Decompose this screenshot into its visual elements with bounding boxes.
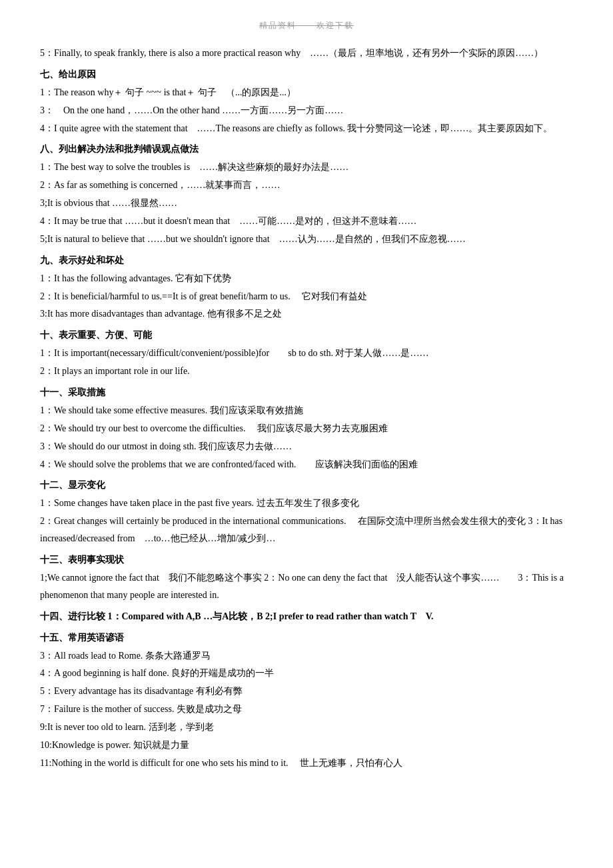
section-s13-title: 十三、表明事实现状 — [40, 551, 573, 569]
section-s7-1: 1：The reason why＋ 句子 ~~~ is that＋ 句子 （..… — [40, 84, 573, 101]
section-s15-11: 11:Nothing in the world is difficult for… — [40, 755, 573, 772]
section-s10-title: 十、表示重要、方便、可能 — [40, 327, 573, 344]
section-s14-title: 十四、进行比较 1：Compared with A,B …与A比较，B 2;I … — [40, 608, 573, 625]
section-s15-4: 4：A good beginning is half done. 良好的开端是成… — [40, 665, 573, 682]
section-s11-1: 1：We should take some effective measures… — [40, 402, 573, 419]
section-s7-title: 七、给出原因 — [40, 66, 573, 83]
section-s8-title: 八、列出解决办法和批判错误观点做法 — [40, 141, 573, 158]
section-s8-3: 3;It is obvious that ……很显然…… — [40, 195, 573, 212]
section-s10-2: 2：It plays an important role in our life… — [40, 363, 573, 380]
section-s11-title: 十一、采取措施 — [40, 384, 573, 401]
section-s8-1: 1：The best way to solve the troubles is … — [40, 159, 573, 176]
section-s15-5: 5：Every advantage has its disadvantage 有… — [40, 683, 573, 700]
section-s8-5: 5;It is natural to believe that ……but we… — [40, 231, 573, 248]
section-s9-1: 1：It has the following advantages. 它有如下优… — [40, 270, 573, 287]
section-s15-title: 十五、常用英语谚语 — [40, 629, 573, 647]
section-s8-4: 4：It may be true that ……but it doesn't m… — [40, 213, 573, 230]
section-s15-9: 9:It is never too old to learn. 活到老，学到老 — [40, 719, 573, 736]
section-s7-3: 3： On the one hand，……On the other hand …… — [40, 102, 573, 119]
section-s11-3: 3：We should do our utmost in doing sth. … — [40, 438, 573, 455]
section-s11-4: 4：We should solve the problems that we a… — [40, 456, 573, 473]
section-s9-title: 九、表示好处和坏处 — [40, 252, 573, 269]
section-s7-4: 4：I quite agree with the statement that … — [40, 120, 573, 137]
section-s12-1: 1：Some changes have taken place in the p… — [40, 495, 573, 512]
section-s8-2: 2：As far as something is concerned，……就某事… — [40, 177, 573, 194]
watermark-text: 精品资料-----欢迎下载 — [40, 20, 573, 31]
section-s10-1: 1：It is important(necessary/difficult/co… — [40, 345, 573, 362]
main-content: 5：Finally, to speak frankly, there is al… — [40, 45, 573, 772]
section-s9-2: 2：It is beneficial/harmful to us.==It is… — [40, 288, 573, 305]
section-s12-2: 2：Great changes will certainly be produc… — [40, 513, 573, 547]
section-s13-1: 1;We cannot ignore the fact that 我们不能忽略这… — [40, 569, 573, 604]
section-s15-10: 10:Knowledge is power. 知识就是力量 — [40, 737, 573, 754]
section-s12-title: 十二、显示变化 — [40, 477, 573, 494]
section-s11-2: 2：We should try our best to overcome the… — [40, 420, 573, 437]
section-s9-3: 3:It has more disadvantages than advanta… — [40, 305, 573, 323]
section-s15-3: 3：All roads lead to Rome. 条条大路通罗马 — [40, 647, 573, 665]
section-s15-7: 7：Failure is the mother of success. 失败是成… — [40, 701, 573, 718]
section-s5-intro: 5：Finally, to speak frankly, there is al… — [40, 45, 573, 62]
